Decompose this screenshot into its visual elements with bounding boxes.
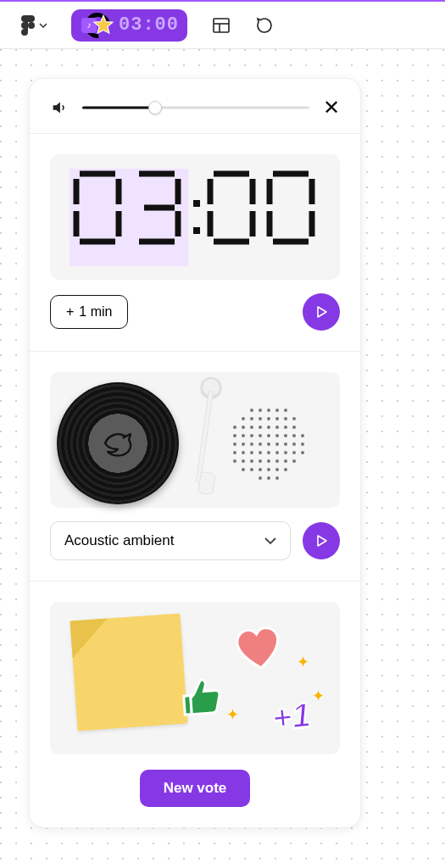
new-vote-button[interactable]: New vote (140, 770, 251, 807)
pill-timer-display: 03:00 (119, 14, 179, 36)
svg-point-29 (123, 437, 125, 439)
sparkle-icon: ✦ (312, 687, 325, 705)
music-track-label: Acoustic ambient (64, 532, 174, 549)
sparkle-icon: ✦ (297, 653, 309, 671)
svg-rect-16 (193, 227, 200, 234)
timer-display-box: 03 (50, 154, 340, 280)
svg-rect-1 (214, 19, 229, 32)
thumbs-up-icon (174, 671, 225, 726)
layout-icon[interactable] (211, 15, 231, 36)
pill-icons: ♪ (80, 12, 114, 39)
timer-seconds (205, 169, 320, 247)
music-track-select[interactable]: Acoustic ambient (50, 521, 291, 560)
record-player (57, 372, 201, 508)
timer-display[interactable]: 03 (70, 169, 320, 266)
sticky-note-icon (70, 614, 188, 732)
svg-point-0 (28, 22, 35, 29)
chevron-down-icon (264, 537, 276, 544)
plus-one-sticker: +1 (270, 696, 313, 738)
speaker-grille-icon (225, 400, 304, 480)
volume-slider-thumb[interactable] (148, 101, 162, 114)
timer-play-button[interactable] (303, 293, 340, 331)
play-icon (314, 305, 328, 319)
sparkle-icon: ✦ (226, 705, 239, 724)
panel-header: ✕ (30, 79, 360, 134)
timer-section: 03 (30, 134, 360, 352)
timer-widget-pill[interactable]: ♪ 03:00 (71, 9, 187, 42)
svg-rect-15 (193, 200, 200, 207)
music-section: Acoustic ambient (30, 352, 360, 581)
vinyl-record-icon (57, 382, 179, 504)
music-play-button[interactable] (303, 522, 340, 559)
star-icon (92, 14, 115, 37)
add-minute-label: 1 min (79, 304, 112, 320)
timer-minutes (71, 169, 186, 247)
volume-icon[interactable] (50, 98, 69, 117)
vote-visual-box: +1 ✦ ✦ ✦ (50, 602, 340, 754)
add-minute-button[interactable]: + 1 min (50, 295, 128, 329)
figma-logo-icon (20, 14, 36, 36)
music-visual-box (50, 372, 340, 508)
bird-icon (97, 422, 139, 465)
plus-icon: + (66, 304, 74, 320)
play-icon (314, 534, 328, 548)
heart-icon (232, 624, 285, 672)
vote-section: +1 ✦ ✦ ✦ New vote (30, 581, 360, 827)
top-toolbar: ♪ 03:00 (0, 0, 445, 49)
timer-colon (188, 178, 205, 256)
figma-menu[interactable] (20, 14, 47, 36)
close-icon[interactable]: ✕ (323, 97, 340, 118)
volume-slider[interactable] (82, 106, 309, 109)
figjam-widget-panel: ✕ (29, 78, 361, 828)
chevron-down-icon (39, 23, 47, 28)
chat-icon[interactable] (255, 15, 275, 36)
